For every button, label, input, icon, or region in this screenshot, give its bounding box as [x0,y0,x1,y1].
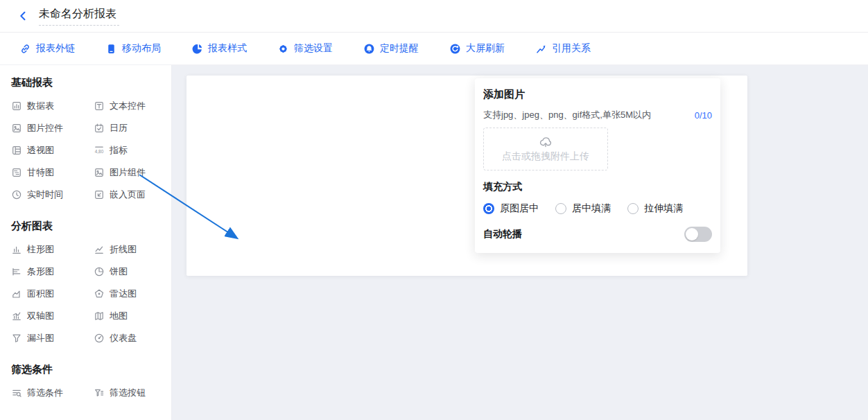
toolbar-label: 报表外链 [36,42,75,55]
relation-icon [535,43,547,55]
widget-item-gauge[interactable]: 仪表盘 [94,327,166,349]
report-designer-window: 未命名分析报表 报表外链 移动布局 报表样式 筛选设置 定时提醒 大屏刷新 引用… [0,0,868,420]
widget-item-map[interactable]: 地图 [94,305,166,327]
upload-counter: 0/10 [695,110,712,121]
toolbar-item-mobile-layout[interactable]: 移动布局 [105,42,161,55]
text-widget-icon [94,100,105,112]
top-header: 未命名分析报表 [0,0,868,33]
widget-item-image-widget[interactable]: 图片控件 [11,117,94,139]
upload-hint: 支持jpg、jpeg、png、gif格式,单张5M以内 [483,109,651,121]
widget-label: 雷达图 [110,288,137,300]
radio-selected-icon [483,203,494,214]
radio-stretch-fill[interactable]: 拉伸填满 [627,202,683,215]
widget-item-embed-page[interactable]: 嵌入页面 [94,184,166,206]
widget-item-funnel-chart[interactable]: 漏斗图 [11,327,94,349]
widget-item-column-chart[interactable]: 柱形图 [11,238,94,261]
widget-label: 筛选条件 [27,387,63,399]
section-title-basic-reports: 基础报表 [11,76,171,89]
widget-item-pie-chart[interactable]: 饼图 [94,261,166,283]
editor-area: 添加图片 支持jpg、jpeg、png、gif格式,单张5M以内 0/10 点击… [172,65,868,420]
widget-label: 指标 [110,144,128,157]
toolbar-item-screen-refresh[interactable]: 大屏刷新 [449,42,505,55]
widget-item-area-chart[interactable]: 面积图 [11,283,94,305]
widget-label: 条形图 [27,265,54,278]
widget-item-realtime-clock[interactable]: 实时时间 [11,184,94,206]
filter-search-icon [11,387,22,399]
mobile-icon [105,43,117,55]
toolbar-item-report-style[interactable]: 报表样式 [191,42,247,55]
radio-unselected-icon [555,203,566,214]
chevron-left-icon [17,10,28,21]
widget-item-filter-condition[interactable]: 筛选条件 [11,382,94,404]
widget-label: 日历 [110,122,128,134]
map-icon [94,310,105,322]
line-chart-icon [94,244,105,255]
toolbar-item-timed-reminder[interactable]: 定时提醒 [363,42,419,55]
toolbar-item-filter-settings[interactable]: 筛选设置 [277,42,333,55]
data-table-icon [11,100,22,112]
widget-label: 数据表 [27,100,54,112]
widget-label: 嵌入页面 [110,189,146,201]
widget-item-pivot[interactable]: 透视图 [11,139,94,161]
cloud-upload-icon [539,135,553,149]
widget-item-calendar[interactable]: 日历 [94,117,166,139]
widget-label: 地图 [110,310,128,322]
widget-label: 图片控件 [27,122,63,134]
widget-item-dual-axis-chart[interactable]: 双轴图 [11,305,94,327]
toolbar-label: 大屏刷新 [466,42,505,55]
area-chart-icon [11,288,22,299]
radio-label: 原图居中 [500,202,539,215]
widget-item-gantt[interactable]: 甘特图 [11,161,94,184]
image-settings-panel: 添加图片 支持jpg、jpeg、png、gif格式,单张5M以内 0/10 点击… [475,78,720,253]
toolbar-label: 引用关系 [552,42,591,55]
calendar-icon [94,123,105,134]
auto-carousel-toggle[interactable] [684,227,712,242]
column-chart-icon [11,244,22,255]
widget-item-filter-button[interactable]: 筛选按钮 [94,382,166,404]
pie-chart-icon [94,266,105,277]
upload-dropzone[interactable]: 点击或拖拽附件上传 [483,128,608,170]
widget-label: 双轴图 [27,310,54,322]
widget-grid-filters: 筛选条件 筛选按钮 [11,382,171,404]
metric-icon [94,145,105,156]
bar-chart-icon [11,266,22,277]
widget-label: 折线图 [110,243,137,256]
image-icon [11,123,22,134]
toolbar-label: 定时提醒 [380,42,419,55]
fill-mode-label: 填充方式 [483,181,712,193]
widget-label: 面积图 [27,288,54,300]
widget-item-radar-chart[interactable]: 雷达图 [94,283,166,305]
report-title[interactable]: 未命名分析报表 [39,7,119,26]
widget-item-line-chart[interactable]: 折线图 [94,238,166,261]
widget-grid-charts: 柱形图 折线图 条形图 饼图 面积图 雷达图 双轴图 地图 漏斗图 仪表盘 [11,238,171,349]
radio-original-center[interactable]: 原图居中 [483,202,539,215]
fill-mode-options: 原图居中 居中填满 拉伸填满 [483,202,712,215]
widget-label: 仪表盘 [110,332,137,344]
gear-icon [277,43,289,55]
back-button[interactable] [15,8,31,24]
embed-icon [94,189,105,200]
funnel-chart-icon [11,333,22,344]
auto-carousel-label: 自动轮播 [483,228,522,240]
image-icon [94,167,105,178]
radio-center-fill[interactable]: 居中填满 [555,202,611,215]
pivot-icon [11,145,22,156]
filter-button-icon [94,387,105,399]
widget-label: 饼图 [110,265,128,278]
toolbar-item-reference-relation[interactable]: 引用关系 [535,42,591,55]
widget-item-bar-chart[interactable]: 条形图 [11,261,94,283]
panel-title: 添加图片 [483,88,712,101]
pie-style-icon [191,43,203,55]
widget-item-metric[interactable]: 指标 [94,139,166,161]
toolbar-label: 移动布局 [122,42,161,55]
dual-axis-icon [11,310,22,322]
link-icon [19,43,31,55]
widget-item-text-widget[interactable]: 文本控件 [94,95,166,117]
widget-item-image-component[interactable]: 图片组件 [94,161,166,184]
toolbar-item-external-link[interactable]: 报表外链 [19,42,75,55]
widget-item-data-table[interactable]: 数据表 [11,95,94,117]
bell-icon [363,43,375,55]
toolbar-label: 报表样式 [208,42,247,55]
gauge-icon [94,333,105,344]
widget-label: 筛选按钮 [110,387,146,399]
